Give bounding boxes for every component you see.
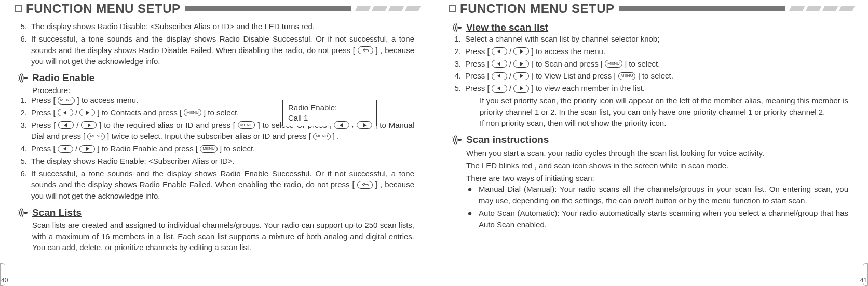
list-text: Press [ / ] to Scan and press [ MENU ] t… <box>465 58 848 70</box>
menu-key-icon: MENU <box>605 60 622 68</box>
procedure-label: Procedure: <box>32 86 414 95</box>
scan-p2: The LED blinks red , and scan icon shows… <box>466 160 848 172</box>
intro-list: 5.The display shows Radio Disable: <Subs… <box>15 21 414 67</box>
page-title: FUNCTION MENU SETUP <box>26 2 181 16</box>
list-text: Press [ / ] to view each member in the l… <box>465 83 848 94</box>
bullet-item: ●Manual Dial (Manual): Your radio scans … <box>466 184 848 206</box>
right-arrow-key-icon <box>513 47 529 55</box>
section-title: Scan Lists <box>32 207 82 218</box>
list-item: 5.Press [ / ] to view each member in the… <box>449 83 848 94</box>
svg-rect-0 <box>24 77 28 79</box>
header-bullet-icon <box>15 5 22 12</box>
page-header: FUNCTION MENU SETUP <box>15 1 419 17</box>
list-item: 3.Press [ / ] to Scan and press [ MENU ]… <box>449 58 848 70</box>
scan-lists-paragraph: Scan lists are created and assigned to i… <box>32 219 414 253</box>
svg-rect-2 <box>458 27 462 29</box>
page-header: FUNCTION MENU SETUP <box>449 1 853 17</box>
section-title: Radio Enable <box>32 72 94 84</box>
section-title: View the scan list <box>466 22 548 33</box>
left-arrow-key-icon <box>492 85 507 93</box>
list-item: 1.Select a channel with scan list by cha… <box>449 33 848 45</box>
signal-icon <box>18 208 28 217</box>
list-number: 1. <box>449 33 461 45</box>
list-text: Press [ / ] to access the menu. <box>465 46 848 57</box>
list-number: 2. <box>449 46 461 57</box>
list-text: The display shows Radio Enable: <Subscri… <box>31 155 414 167</box>
left-arrow-key-icon <box>334 121 349 129</box>
menu-key-icon: MENU <box>184 109 201 116</box>
right-arrow-key-icon <box>513 72 529 80</box>
header-stripes-icon <box>356 6 419 11</box>
menu-key-icon: MENU <box>618 72 636 80</box>
list-item: 4.Press [ / ] to Radio Enable and press … <box>15 143 414 154</box>
list-number: 3. <box>15 120 27 142</box>
left-arrow-key-icon <box>492 72 507 80</box>
header-bar-icon <box>619 6 785 11</box>
signal-icon <box>452 23 462 32</box>
list-item: 4.Press [ / ] to View List and press [ M… <box>449 70 848 82</box>
bullet-text: Manual Dial (Manual): Your radio scans a… <box>479 184 848 206</box>
list-number: 3. <box>449 58 461 70</box>
list-number: 2. <box>15 107 27 119</box>
left-arrow-key-icon <box>492 60 507 68</box>
view-scan-list-heading: View the scan list <box>452 22 853 33</box>
list-text: If successful, a tone sounds and the dis… <box>31 168 414 202</box>
page-number: 41 <box>860 277 867 284</box>
right-arrow-key-icon <box>79 109 95 116</box>
list-number: 5. <box>15 21 27 32</box>
view-tail-1: If you set priority scan, the priority i… <box>480 95 848 118</box>
page-number: 40 <box>1 277 8 284</box>
list-text: If successful, a tone sounds and the dis… <box>31 33 414 67</box>
right-arrow-key-icon <box>79 145 95 153</box>
menu-key-icon: MENU <box>200 145 218 153</box>
view-tail-2: If non priority scan, then will not show… <box>480 118 848 129</box>
list-text: Press [ / ] to the required alias or ID … <box>31 120 414 142</box>
scan-instructions-heading: Scan instructions <box>452 134 853 146</box>
back-key-icon <box>358 46 373 54</box>
scan-bullets: ●Manual Dial (Manual): Your radio scans … <box>466 184 848 230</box>
bullet-text: Auto Scan (Automatic): Your radio automa… <box>479 207 848 230</box>
list-item: 6.If successful, a tone sounds and the d… <box>15 168 414 202</box>
radio-enable-heading: Radio Enable <box>18 72 419 84</box>
header-stripes-icon <box>790 6 853 11</box>
menu-key-icon: MENU <box>58 97 75 105</box>
right-page: FUNCTION MENU SETUP View the scan list 1… <box>434 0 868 286</box>
bullet-dot-icon: ● <box>466 184 473 206</box>
list-text: Press [ / ] to View List and press [ MEN… <box>465 70 848 82</box>
left-arrow-key-icon <box>58 109 73 116</box>
view-scan-list: 1.Select a channel with scan list by cha… <box>449 33 848 94</box>
list-item: 6.If successful, a tone sounds and the d… <box>15 33 414 67</box>
header-bullet-icon <box>449 5 456 12</box>
page-title: FUNCTION MENU SETUP <box>460 2 615 16</box>
header-bar-icon <box>185 6 351 11</box>
right-arrow-key-icon <box>513 60 529 68</box>
callout-line1: Radio Enable: <box>288 102 371 113</box>
left-arrow-key-icon <box>58 121 74 129</box>
scan-p3: There are two ways of initiating scan: <box>466 173 848 184</box>
left-arrow-key-icon <box>492 47 507 55</box>
header-rule <box>185 6 420 11</box>
list-item: 5.The display shows Radio Disable: <Subs… <box>15 21 414 32</box>
back-key-icon <box>357 181 373 189</box>
list-text: The display shows Radio Disable: <Subscr… <box>31 21 414 32</box>
list-number: 4. <box>15 143 27 154</box>
right-arrow-key-icon <box>81 121 97 129</box>
right-arrow-key-icon <box>357 121 372 129</box>
left-arrow-key-icon <box>58 145 73 153</box>
bullet-item: ●Auto Scan (Automatic): Your radio autom… <box>466 207 848 230</box>
signal-icon <box>452 135 462 145</box>
menu-key-icon: MENU <box>313 133 331 140</box>
bullet-dot-icon: ● <box>466 207 473 230</box>
menu-key-icon: MENU <box>238 121 255 129</box>
left-page: FUNCTION MENU SETUP 5.The display shows … <box>0 0 434 286</box>
list-number: 6. <box>15 168 27 202</box>
section-title: Scan instructions <box>466 134 549 146</box>
list-text: Press [ / ] to Radio Enable and press [ … <box>31 143 414 154</box>
list-number: 5. <box>15 155 27 167</box>
list-number: 4. <box>449 70 461 82</box>
list-number: 6. <box>15 33 27 67</box>
list-number: 1. <box>15 95 27 106</box>
menu-key-icon: MENU <box>87 133 105 140</box>
svg-rect-3 <box>458 139 462 141</box>
signal-icon <box>18 73 28 83</box>
